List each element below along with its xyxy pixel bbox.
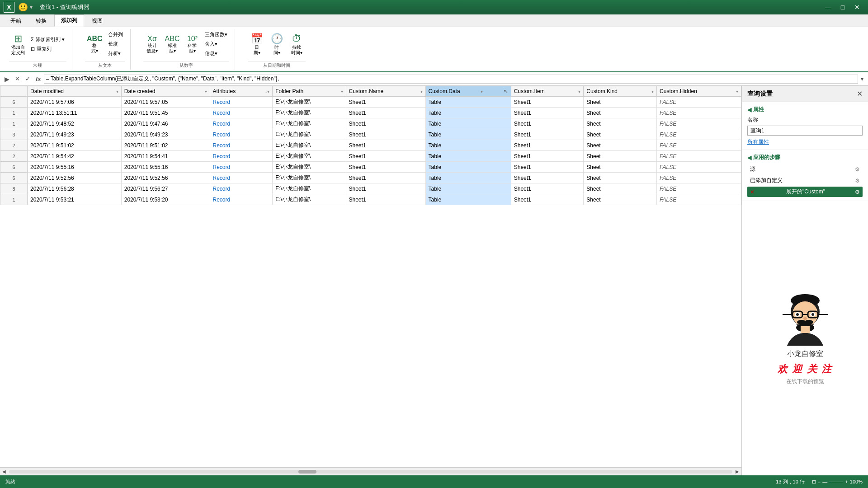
sort-custom-item[interactable]: ▾: [578, 89, 580, 94]
panel-close-button[interactable]: ✕: [857, 89, 863, 98]
formula-cancel-button[interactable]: ✕: [12, 75, 23, 83]
status-text: 就绪: [5, 479, 15, 485]
scroll-track[interactable]: [9, 470, 732, 474]
col-header-attributes[interactable]: Attributes ↕▾: [210, 86, 273, 97]
sort-folder-path[interactable]: ▾: [341, 89, 343, 94]
table-row: 12020/7/11 13:51:112020/7/11 9:51:45Reco…: [0, 108, 741, 118]
scroll-right-button[interactable]: ▶: [733, 468, 741, 476]
name-label: 名称: [747, 116, 863, 124]
duplicate-column-button[interactable]: ⊡ 重复列: [29, 45, 66, 53]
table-wrap[interactable]: Date modified ▾ Date created ▾: [0, 86, 741, 467]
tab-add-column[interactable]: 添加列: [54, 14, 84, 27]
zoom-controls: ⊞ ≡ — ──── + 100%: [812, 479, 863, 485]
table-row: 82020/7/11 9:56:282020/7/11 9:56:27Recor…: [0, 183, 741, 194]
sort-date-created[interactable]: ▾: [205, 89, 207, 94]
nav-arrow[interactable]: ▶: [2, 75, 12, 84]
scroll-thumb[interactable]: [298, 470, 316, 474]
table-cell: Table: [425, 129, 511, 140]
col-header-date-modified[interactable]: Date modified ▾: [28, 86, 122, 97]
query-name-input[interactable]: [747, 126, 863, 136]
gear-icon[interactable]: ⚙: [855, 189, 860, 195]
zoom-in-button[interactable]: +: [845, 479, 848, 484]
sort-custom-hidden[interactable]: ▾: [736, 89, 738, 94]
maximize-button[interactable]: □: [835, 0, 850, 14]
date-button[interactable]: 📅 日期▾: [248, 32, 266, 56]
trig-button[interactable]: 三角函数▾: [203, 30, 229, 39]
tab-start[interactable]: 开始: [4, 15, 28, 27]
number-info-button[interactable]: 信息▾: [203, 49, 229, 58]
statistics-label: 统计信息▾: [146, 43, 158, 54]
col-header-custom-kind[interactable]: Custom.Kind ▾: [584, 86, 657, 97]
format-button[interactable]: ABC 格式▾: [85, 34, 104, 55]
ribbon-tabs: 开始 转换 添加列 视图: [0, 14, 868, 27]
table-cell: FALSE: [657, 140, 741, 151]
table-cell: 1: [0, 194, 28, 205]
right-panel: 查询设置 ✕ ◀ 属性 名称 所有属性 ◀ 应用的步骤 源⚙已添加自定义⚙✕展开…: [741, 86, 868, 475]
col-header-custom-hidden[interactable]: Custom.Hidden ▾: [657, 86, 741, 97]
all-properties-link[interactable]: 所有属性: [747, 139, 769, 145]
minimize-button[interactable]: —: [821, 0, 835, 14]
sort-attributes[interactable]: ↕▾: [265, 89, 269, 94]
formula-bar: ▶ ✕ ✓ fx ▾: [0, 72, 868, 86]
step-item[interactable]: 已添加自定义⚙: [747, 175, 863, 186]
ribbon-group-text-label: 从文本: [85, 61, 125, 70]
formula-input[interactable]: [44, 75, 858, 84]
table-cell: Sheet1: [511, 97, 584, 108]
length-button[interactable]: 长度: [106, 40, 125, 48]
sort-custom-kind[interactable]: ▾: [651, 89, 654, 94]
tab-view[interactable]: 视图: [85, 15, 109, 27]
table-cell: 3: [0, 129, 28, 140]
scroll-left-button[interactable]: ◀: [0, 468, 8, 476]
tab-transform[interactable]: 转换: [29, 15, 53, 27]
add-index-column-button[interactable]: Σ 添加索引列 ▾: [29, 35, 66, 44]
table-cell: Sheet1: [511, 108, 584, 118]
step-item[interactable]: 源⚙: [747, 164, 863, 174]
sort-custom-name[interactable]: ▾: [420, 89, 423, 94]
gear-icon[interactable]: ⚙: [855, 166, 860, 173]
formula-expand-button[interactable]: ▾: [858, 75, 866, 83]
statistics-button[interactable]: Xσ 统计信息▾: [143, 34, 161, 55]
table-cell: Sheet1: [511, 194, 584, 205]
steps-section-title[interactable]: ◀ 应用的步骤: [747, 154, 863, 161]
col-header-custom-item[interactable]: Custom.Item ▾: [511, 86, 584, 97]
table-cell: FALSE: [657, 108, 741, 118]
view-icon1[interactable]: ⊞: [812, 479, 816, 485]
col-header-date-created[interactable]: Date created ▾: [121, 86, 210, 97]
standard-button[interactable]: ABC 标准型▾: [163, 34, 182, 55]
duplicate-label: 重复列: [37, 46, 52, 52]
zoom-slider[interactable]: ────: [829, 479, 843, 484]
step-actions: ⚙: [855, 178, 860, 184]
scientific-button[interactable]: 10² 科学型▾: [183, 34, 201, 55]
table-cell: E:\小龙自修室\: [273, 97, 346, 108]
col-header-folder-path[interactable]: Folder Path ▾: [273, 86, 346, 97]
horizontal-scrollbar[interactable]: ◀ ▶: [0, 467, 741, 475]
properties-section-title[interactable]: ◀ 属性: [747, 106, 863, 113]
col-header-custom-name[interactable]: Custom.Name ▾: [346, 86, 425, 97]
sort-custom-data[interactable]: ▾: [481, 89, 483, 94]
table-cell: Sheet: [584, 151, 657, 162]
merge-columns-button[interactable]: 合并列: [106, 30, 125, 39]
time-button[interactable]: 🕐 时间▾: [268, 32, 286, 56]
close-button[interactable]: ✕: [850, 0, 864, 14]
parse-button[interactable]: 分析▾: [106, 49, 125, 58]
table-cell: 2020/7/11 9:54:42: [28, 151, 122, 162]
ribbon-col-number-small: 三角函数▾ 舍入▾ 信息▾: [203, 30, 229, 58]
view-icon2[interactable]: ≡: [818, 479, 821, 484]
table-header-row: Date modified ▾ Date created ▾: [0, 86, 741, 97]
sort-date-modified[interactable]: ▾: [116, 89, 118, 94]
add-custom-column-button[interactable]: ⊞ 添加自定义列: [9, 32, 27, 56]
formula-confirm-button[interactable]: ✓: [23, 75, 33, 83]
table-cell: 2020/7/11 9:53:20: [121, 194, 210, 205]
table-cell: Record: [210, 118, 273, 129]
col-header-custom-data[interactable]: Custom.Data ▾ ↖: [425, 86, 511, 97]
gear-icon[interactable]: ⚙: [855, 178, 860, 184]
ribbon-col-general-small: Σ 添加索引列 ▾ ⊡ 重复列: [29, 35, 66, 53]
duration-button[interactable]: ⏱ 持续时间▾: [288, 32, 306, 56]
table-cell: FALSE: [657, 97, 741, 108]
step-actions: ⚙: [855, 166, 860, 173]
rounding-button[interactable]: 舍入▾: [203, 40, 229, 48]
zoom-out-button[interactable]: —: [822, 479, 827, 484]
step-item[interactable]: ✕展开的"Custom"⚙: [747, 187, 863, 197]
svg-point-12: [803, 317, 807, 320]
cursor-indicator: ↖: [504, 88, 508, 94]
